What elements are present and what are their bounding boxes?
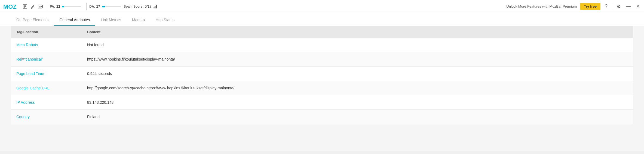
pa-progress-bar: [62, 6, 81, 7]
da-progress-bar: [102, 6, 121, 7]
table-body: Meta RobotsNot foundRel="canonical"https…: [11, 38, 633, 124]
attributes-table: Tag/Location Content Meta RobotsNot foun…: [11, 26, 633, 124]
da-metric: DA: 17: [89, 4, 121, 8]
svg-text:KW: KW: [39, 6, 43, 8]
table-header: Tag/Location Content: [11, 26, 633, 38]
close-icon: ✕: [636, 4, 640, 9]
col2-header: Content: [82, 26, 633, 38]
page-analysis-icon[interactable]: [21, 3, 29, 10]
gear-icon: ⚙: [617, 4, 621, 10]
table-row: Google Cache URLhttp://google.com/search…: [11, 81, 633, 95]
keyword-icon[interactable]: KW: [36, 3, 44, 10]
content-cell: 0.944 seconds: [82, 67, 633, 81]
highlight-icon[interactable]: [29, 3, 36, 10]
tag-cell: Page Load Time: [11, 67, 82, 81]
content-cell: 83.143.220.148: [82, 95, 633, 110]
spam-score-metric: Spam Score: 0/17: [124, 4, 157, 8]
tabs-bar: On-Page Elements General Attributes Link…: [0, 13, 644, 26]
table-row: Rel="canonical"https://www.hopkins.fi/ko…: [11, 52, 633, 67]
help-button[interactable]: ?: [604, 2, 609, 10]
moz-logo: MOZ: [3, 3, 17, 10]
unlock-text: Unlock More Features with MozBar Premium: [506, 4, 577, 8]
minimize-button[interactable]: —: [625, 3, 632, 10]
content-cell: https://www.hopkins.fi/koulutukset/displ…: [82, 52, 633, 67]
help-icon: ?: [605, 4, 608, 9]
settings-button[interactable]: ⚙: [615, 2, 622, 11]
minimize-icon: —: [626, 4, 631, 9]
da-value: 17: [96, 4, 100, 8]
tab-on-page-elements[interactable]: On-Page Elements: [11, 14, 54, 26]
pa-value: 12: [56, 4, 60, 8]
content-cell: Finland: [82, 110, 633, 124]
main-content: Tag/Location Content Meta RobotsNot foun…: [0, 26, 644, 151]
content-cell: http://google.com/search?q=cache:https:/…: [82, 81, 633, 95]
tag-cell: IP Address: [11, 95, 82, 110]
svg-text:MOZ: MOZ: [3, 3, 17, 10]
tag-cell: Google Cache URL: [11, 81, 82, 95]
tab-markup[interactable]: Markup: [127, 14, 150, 26]
tab-http-status[interactable]: Http Status: [150, 14, 180, 26]
col1-header: Tag/Location: [11, 26, 82, 38]
content-cell: Not found: [82, 38, 633, 52]
da-label: DA:: [89, 5, 95, 8]
tag-cell: Country: [11, 110, 82, 124]
da-progress-fill: [102, 6, 105, 7]
divider-1: [47, 3, 47, 10]
top-bar: MOZ KW PA: 12 DA: 17: [0, 0, 644, 13]
tag-cell: Rel="canonical": [11, 52, 82, 67]
table-row: Page Load Time0.944 seconds: [11, 67, 633, 81]
pa-label: PA:: [50, 5, 55, 8]
tab-general-attributes[interactable]: General Attributes: [54, 14, 95, 26]
table-row: IP Address83.143.220.148: [11, 95, 633, 110]
spam-value: 0/17: [145, 4, 151, 8]
tag-cell: Meta Robots: [11, 38, 82, 52]
tab-link-metrics[interactable]: Link Metrics: [95, 14, 127, 26]
top-bar-right: Unlock More Features with MozBar Premium…: [506, 2, 641, 11]
pa-progress-fill: [62, 6, 64, 7]
divider-2: [86, 3, 87, 10]
pa-metric: PA: 12: [50, 4, 81, 8]
spam-chart-icon: [153, 5, 157, 8]
table-row: Meta RobotsNot found: [11, 38, 633, 52]
try-free-button[interactable]: Try free: [580, 3, 600, 10]
table-row: CountryFinland: [11, 110, 633, 124]
close-button[interactable]: ✕: [635, 3, 641, 10]
divider-3: [612, 4, 612, 9]
spam-label: Spam Score:: [124, 5, 143, 8]
